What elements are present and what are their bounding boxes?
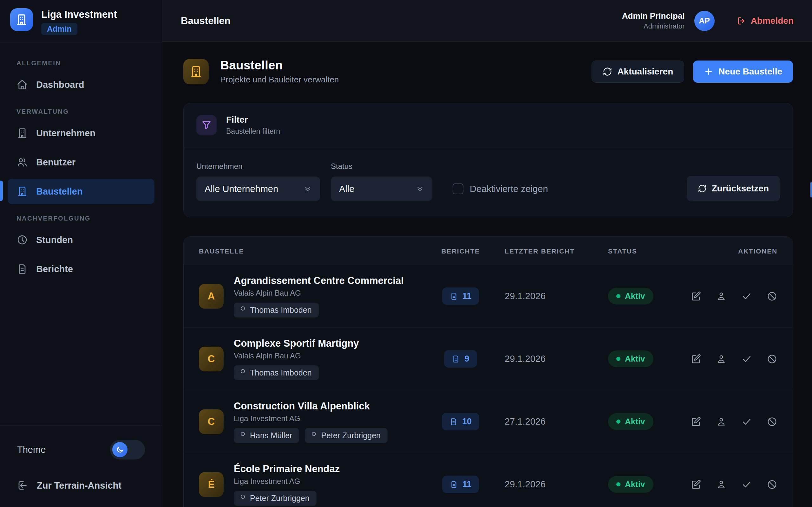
document-icon (16, 263, 28, 275)
edit-icon[interactable] (691, 354, 701, 364)
assign-user-icon[interactable] (716, 291, 727, 302)
sidebar-item-label: Berichte (36, 264, 73, 274)
nav-section-nachverfolgung: NACHVERFOLGUNG (16, 215, 154, 222)
manager-chip: Peter Zurbriggen (305, 428, 388, 443)
sidebar-item-label: Unternehmen (36, 128, 96, 138)
manager-name: Peter Zurbriggen (250, 494, 310, 503)
assign-user-icon[interactable] (716, 354, 727, 364)
sidebar-item-label: Baustellen (36, 186, 83, 197)
person-icon (241, 432, 245, 436)
logout-icon (737, 16, 746, 26)
status-select[interactable]: Alle (331, 176, 432, 201)
brand-building-icon (10, 8, 33, 31)
users-icon (16, 157, 28, 168)
nav-section-allgemein: ALLGEMEIN (16, 60, 154, 67)
checkbox-box[interactable] (453, 183, 463, 194)
sidebar-item-baustellen[interactable]: Baustellen (8, 179, 154, 204)
nav-section-verwaltung: VERWALTUNG (16, 108, 154, 115)
site-name: École Primaire Nendaz (234, 463, 340, 475)
filter-title: Filter (226, 115, 280, 125)
manager-chips: Hans MüllerPeter Zurbriggen (234, 428, 388, 443)
status-badge: Aktiv (608, 413, 653, 430)
manager-chips: Thomas Imboden (234, 302, 404, 318)
filter-subtitle: Baustellen filtern (226, 127, 280, 135)
manager-chips: Thomas Imboden (234, 365, 359, 380)
table-row[interactable]: C Construction Villa Alpenblick Liga Inv… (184, 390, 793, 453)
building-icon (16, 127, 28, 139)
chevrons-down-icon (304, 185, 312, 193)
refresh-button[interactable]: Aktualisieren (592, 60, 684, 83)
company-filter-field: Unternehmen Alle Unternehmen (196, 162, 320, 201)
table-row[interactable]: É École Primaire Nendaz Liga Investment … (184, 453, 793, 507)
scrollbar[interactable] (810, 0, 812, 507)
reset-filters-button[interactable]: Zurücksetzen (687, 176, 780, 201)
brand-title: Liga Investment (41, 9, 117, 20)
assign-user-icon[interactable] (716, 416, 727, 427)
status-badge: Aktiv (608, 476, 653, 493)
sidebar-nav: ALLGEMEIN Dashboard VERWALTUNG Unternehm… (0, 43, 162, 426)
sites-table: Baustelle Berichte Letzter Bericht Statu… (183, 236, 793, 507)
sidebar-item-unternehmen[interactable]: Unternehmen (8, 120, 154, 146)
deactivate-ban-icon[interactable] (767, 479, 777, 490)
refresh-icon (698, 184, 707, 193)
logout-button[interactable]: Abmelden (737, 16, 794, 26)
page-title: Baustellen (220, 58, 339, 72)
site-company: Liga Investment AG (234, 477, 340, 486)
terrain-view-label: Zur Terrain-Ansicht (37, 481, 121, 491)
deactivate-ban-icon[interactable] (767, 291, 777, 302)
edit-icon[interactable] (691, 479, 701, 490)
site-company: Valais Alpin Bau AG (234, 351, 359, 360)
assign-user-icon[interactable] (716, 479, 727, 490)
column-header-letzter-bericht: Letzter Bericht (491, 247, 608, 255)
checkbox-label: Deaktivierte zeigen (470, 184, 548, 194)
show-deactivated-checkbox[interactable]: Deaktivierte zeigen (453, 176, 548, 201)
new-site-button[interactable]: Neue Baustelle (693, 60, 793, 83)
person-icon (241, 369, 245, 373)
status-badge: Aktiv (608, 350, 653, 367)
check-icon[interactable] (741, 416, 752, 427)
sidebar-item-label: Stunden (36, 235, 73, 245)
column-header-berichte: Berichte (430, 247, 491, 255)
filter-funnel-icon (196, 115, 217, 135)
reports-badge: 9 (444, 350, 477, 368)
exit-left-icon (17, 480, 29, 491)
active-indicator-bar (0, 181, 3, 201)
check-icon[interactable] (741, 354, 752, 364)
edit-icon[interactable] (691, 416, 701, 427)
sidebar-item-stunden[interactable]: Stunden (8, 227, 154, 252)
company-select-value: Alle Unternehmen (205, 184, 278, 194)
company-select[interactable]: Alle Unternehmen (196, 176, 320, 201)
page-building-icon (183, 59, 209, 84)
theme-toggle[interactable] (110, 440, 145, 459)
clock-icon (16, 234, 28, 245)
terrain-view-link[interactable]: Zur Terrain-Ansicht (13, 476, 149, 494)
sidebar: Liga Investment Admin ALLGEMEIN Dashboar… (0, 0, 162, 507)
building-icon (16, 186, 28, 197)
person-icon (241, 495, 245, 499)
check-icon[interactable] (741, 291, 752, 302)
scrollbar-thumb[interactable] (810, 182, 812, 198)
sidebar-item-berichte[interactable]: Berichte (8, 257, 154, 282)
check-icon[interactable] (741, 479, 752, 490)
status-label: Aktiv (625, 354, 645, 364)
deactivate-ban-icon[interactable] (767, 416, 777, 427)
deactivate-ban-icon[interactable] (767, 354, 777, 364)
column-header-baustelle: Baustelle (199, 247, 430, 255)
reports-count: 11 (462, 291, 472, 301)
table-row[interactable]: C Complexe Sportif Martigny Valais Alpin… (184, 327, 793, 390)
sidebar-item-dashboard[interactable]: Dashboard (8, 72, 154, 97)
user-name: Admin Principal (622, 11, 685, 21)
last-report-date: 27.1.2026 (491, 416, 608, 427)
reports-badge: 10 (442, 413, 479, 430)
table-row[interactable]: A Agrandissement Centre Commercial Valai… (184, 265, 793, 327)
manager-chip: Peter Zurbriggen (234, 491, 316, 506)
site-initial-avatar: C (199, 347, 223, 372)
status-filter-label: Status (331, 162, 432, 171)
sidebar-item-benutzer[interactable]: Benutzer (8, 150, 154, 175)
logout-label: Abmelden (751, 16, 794, 26)
site-company: Valais Alpin Bau AG (234, 289, 404, 297)
sidebar-item-label: Dashboard (36, 79, 84, 90)
table-body: A Agrandissement Centre Commercial Valai… (184, 265, 793, 507)
document-icon (450, 481, 458, 489)
edit-icon[interactable] (691, 291, 701, 302)
